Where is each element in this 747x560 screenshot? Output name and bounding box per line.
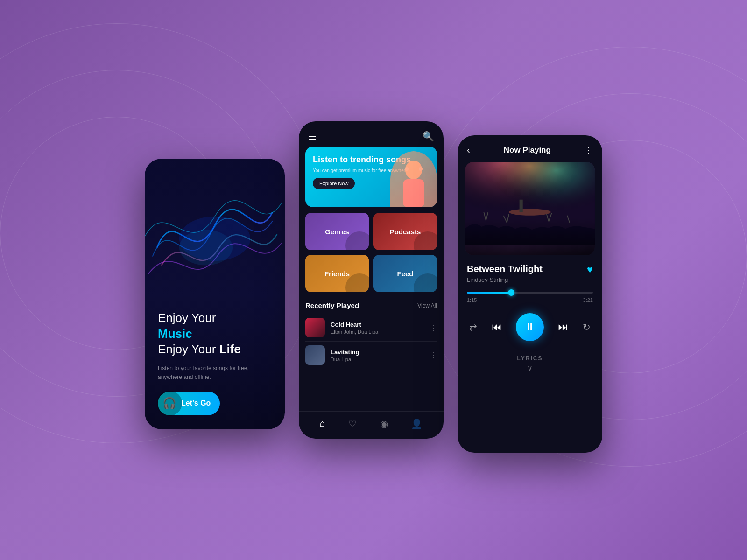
song-more-1[interactable]: ⋮ [430, 323, 437, 332]
lyrics-label: LYRICS [517, 355, 543, 362]
svg-point-10 [509, 209, 551, 215]
phone-home: ☰ 🔍 Listen to trending songs You can get… [299, 121, 444, 439]
phone-now-playing: ‹ Now Playing ⋮ [458, 135, 602, 453]
shuffle-button[interactable]: ⇄ [469, 322, 477, 333]
headline-life: Life [219, 342, 241, 356]
phone-splash: Enjoy Your Music Enjoy Your Life Listen … [145, 159, 285, 429]
lavitating-thumb [305, 345, 325, 365]
lets-go-button[interactable]: 🎧 Let's Go [158, 392, 220, 415]
progress-section: 1:15 3:21 [458, 286, 602, 308]
heart-button[interactable]: ♥ [587, 264, 593, 276]
time-current: 1:15 [467, 297, 477, 303]
back-button[interactable]: ‹ [467, 145, 470, 155]
bottom-navigation: ⌂ ♡ ◉ 👤 [299, 411, 444, 439]
progress-bar[interactable] [467, 292, 593, 294]
home-banner: Listen to trending songs You can get pre… [305, 147, 437, 207]
menu-icon[interactable]: ☰ [308, 131, 317, 142]
now-playing-header: ‹ Now Playing ⋮ [458, 135, 602, 162]
svg-rect-11 [520, 200, 523, 212]
track-details: Between Twilight Lindsey Stirling [467, 264, 543, 283]
track-artist: Lindsey Stirling [467, 276, 543, 283]
genres-card[interactable]: Genres [305, 213, 369, 250]
splash-subtitle: Listen to your favorite songs for free, … [158, 364, 272, 382]
progress-fill [467, 292, 511, 294]
podcasts-label: Podcasts [390, 228, 421, 236]
song-artist-1: Elton John, Dua Lipa [331, 329, 430, 335]
playback-controls: ⇄ ⏮ ⏸ ⏭ ↻ [458, 308, 602, 346]
lyrics-section: LYRICS ∨ [458, 348, 602, 380]
svg-point-5 [419, 167, 423, 171]
phones-container: Enjoy Your Music Enjoy Your Life Listen … [145, 107, 602, 453]
nav-home[interactable]: ⌂ [320, 418, 325, 429]
friends-label: Friends [324, 270, 350, 278]
nav-music[interactable]: ◉ [380, 418, 388, 429]
feed-label: Feed [397, 270, 413, 278]
svg-point-1 [179, 230, 233, 265]
svg-rect-3 [403, 179, 424, 207]
svg-point-4 [405, 167, 409, 171]
search-icon[interactable]: 🔍 [423, 131, 434, 142]
genres-label: Genres [325, 228, 349, 236]
headline-line2: Enjoy Your [158, 342, 216, 356]
friends-card[interactable]: Friends [305, 255, 369, 292]
feed-card[interactable]: Feed [374, 255, 437, 292]
podcasts-card[interactable]: Podcasts [374, 213, 437, 250]
splash-text-section: Enjoy Your Music Enjoy Your Life Listen … [145, 301, 285, 392]
cold-heart-info: Cold Heart Elton John, Dua Lipa [331, 321, 430, 335]
more-options-button[interactable]: ⋮ [585, 145, 593, 155]
song-item-1[interactable]: Cold Heart Elton John, Dua Lipa ⋮ [305, 314, 437, 342]
cold-heart-thumb [305, 318, 325, 337]
view-all-link[interactable]: View All [417, 302, 437, 309]
now-playing-title: Now Playing [504, 146, 551, 155]
category-grid: Genres Podcasts Friends Feed [299, 207, 444, 298]
song-name-2: Lavitating [331, 349, 430, 356]
track-name: Between Twilight [467, 264, 543, 274]
progress-times: 1:15 3:21 [467, 297, 593, 303]
recently-played-header: Recently Played View All [305, 301, 437, 309]
time-total: 3:21 [583, 297, 593, 303]
song-name-1: Cold Heart [331, 321, 430, 328]
progress-thumb [508, 289, 514, 296]
song-more-2[interactable]: ⋮ [430, 351, 437, 360]
recently-played-title: Recently Played [305, 301, 359, 309]
wave-art [145, 159, 285, 301]
lets-go-label: Let's Go [181, 399, 211, 407]
nav-profile[interactable]: 👤 [411, 418, 423, 429]
song-artist-2: Dua Lipa [331, 357, 430, 362]
splash-headline: Enjoy Your Music Enjoy Your Life [158, 310, 272, 357]
track-info-section: Between Twilight Lindsey Stirling ♥ [458, 255, 602, 286]
svg-point-2 [405, 161, 422, 179]
headline-line1: Enjoy Your [158, 311, 216, 325]
crowd-overlay [465, 218, 595, 255]
nav-favorites[interactable]: ♡ [348, 418, 357, 429]
explore-button[interactable]: Explore Now [313, 178, 355, 189]
recently-played-section: Recently Played View All Cold Heart Elto… [299, 298, 444, 372]
headphone-icon: 🎧 [157, 391, 182, 416]
song-item-2[interactable]: Lavitating Dua Lipa ⋮ [305, 342, 437, 369]
repeat-button[interactable]: ↻ [583, 322, 591, 333]
headline-music: Music [158, 327, 192, 341]
lyrics-chevron[interactable]: ∨ [527, 364, 533, 372]
concert-image [465, 162, 595, 255]
previous-button[interactable]: ⏮ [492, 321, 502, 333]
pause-button[interactable]: ⏸ [516, 313, 544, 341]
next-button[interactable]: ⏭ [558, 321, 568, 333]
home-header: ☰ 🔍 [299, 121, 444, 147]
lavitating-info: Lavitating Dua Lipa [331, 349, 430, 362]
banner-person-image [390, 151, 437, 207]
